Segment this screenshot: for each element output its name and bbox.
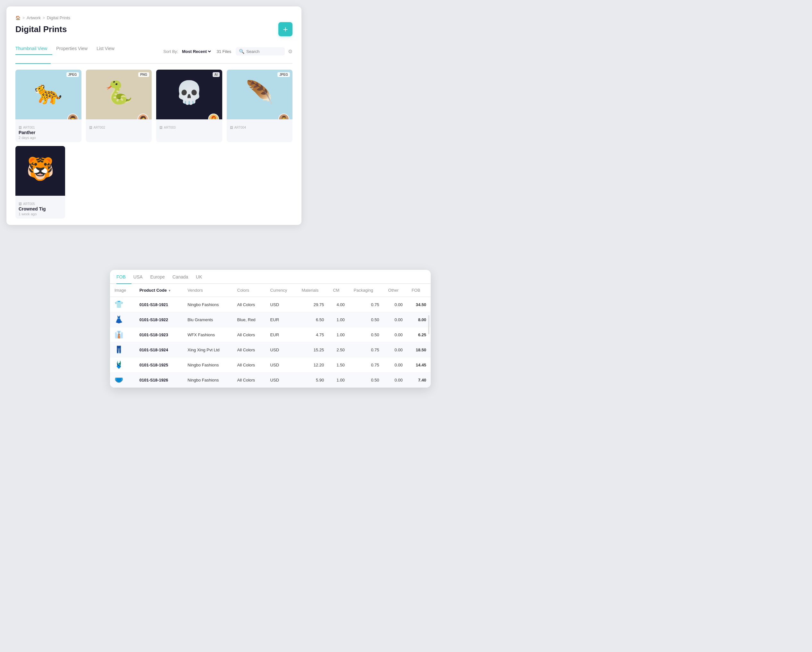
search-box: 🔍 bbox=[236, 47, 285, 55]
thumb-info-art005: 🖼ART005 Crowned Tig 1 week ago bbox=[15, 196, 65, 219]
breadcrumb: 🏠 > Artwork > Digital Prints bbox=[15, 15, 293, 20]
fob-tab-canada[interactable]: Canada bbox=[172, 271, 194, 284]
col-product-code[interactable]: Product Code ▾ bbox=[135, 284, 183, 297]
thumb-avatar-art001: 👨 bbox=[67, 113, 78, 119]
cell-vendors: Xing Xing Pvt Ltd bbox=[183, 342, 233, 357]
cell-other: 0.00 bbox=[383, 327, 407, 342]
thumb-item-art002[interactable]: 🐍 PNG 👩 🖼ART002 bbox=[86, 70, 152, 142]
fob-tab-europe[interactable]: Europe bbox=[150, 271, 171, 284]
cell-materials: 6.50 bbox=[297, 312, 328, 327]
thumb-id-art002: 🖼ART002 bbox=[89, 126, 149, 129]
thumb-item-art005[interactable]: 🐯 🖼ART005 Crowned Tig 1 week ago bbox=[15, 146, 65, 219]
cell-materials: 4.75 bbox=[297, 327, 328, 342]
cell-currency: USD bbox=[266, 297, 297, 312]
thumb-avatar-art003: 👩‍🦰 bbox=[208, 113, 219, 119]
cell-fob: 14.45 bbox=[407, 357, 431, 372]
cell-cm: 1.00 bbox=[328, 372, 349, 387]
sort-select[interactable]: Most Recent Oldest Name A-Z bbox=[180, 49, 212, 54]
breadcrumb-sep1: > bbox=[23, 16, 25, 20]
cell-icon: 🩱 bbox=[110, 357, 135, 372]
product-icon: 🩲 bbox=[114, 376, 123, 384]
product-icon: 🩱 bbox=[114, 361, 123, 369]
cell-packaging: 0.75 bbox=[349, 342, 383, 357]
col-cm: CM bbox=[328, 284, 349, 297]
cell-other: 0.00 bbox=[383, 312, 407, 327]
cell-currency: USD bbox=[266, 357, 297, 372]
cell-colors: All Colors bbox=[233, 297, 266, 312]
cell-fob: 34.50 bbox=[407, 297, 431, 312]
cell-vendors: Ningbo Fashions bbox=[183, 357, 233, 372]
cell-icon: 👔 bbox=[110, 327, 135, 342]
fob-tabs: FOB USA Europe Canada UK bbox=[110, 270, 431, 284]
thumb-item-art001[interactable]: 🐆 JPEG 👨 🖼ART001 Panther 2 days ago bbox=[15, 70, 81, 142]
thumb-img-art003: 💀 AI 👩‍🦰 bbox=[156, 70, 222, 119]
thumb-id-art005: 🖼ART005 bbox=[18, 202, 62, 206]
breadcrumb-sep2: > bbox=[43, 16, 45, 20]
thumb-img-art004: 🪶 JPEG 👨‍🦱 bbox=[227, 70, 293, 119]
cell-materials: 29.75 bbox=[297, 297, 328, 312]
cell-cm: 1.50 bbox=[328, 357, 349, 372]
table-header: Image Product Code ▾ Vendors Colors Curr… bbox=[110, 284, 431, 297]
col-colors: Colors bbox=[233, 284, 266, 297]
cell-colors: All Colors bbox=[233, 372, 266, 387]
tab-properties-view[interactable]: Properties View bbox=[56, 43, 93, 55]
cell-product-code: 0101-S18-1923 bbox=[135, 327, 183, 342]
fob-tab-fob[interactable]: FOB bbox=[116, 271, 131, 284]
file-count: 31 Files bbox=[217, 49, 231, 54]
fob-tab-uk[interactable]: UK bbox=[196, 271, 208, 284]
cell-currency: EUR bbox=[266, 312, 297, 327]
cell-vendors: WFX Fashions bbox=[183, 327, 233, 342]
table-row[interactable]: 🩱 0101-S18-1925 Ningbo Fashions All Colo… bbox=[110, 357, 431, 372]
table-row[interactable]: 🩲 0101-S18-1926 Ningbo Fashions All Colo… bbox=[110, 372, 431, 387]
cell-icon: 👗 bbox=[110, 312, 135, 327]
cell-product-code: 0101-S18-1925 bbox=[135, 357, 183, 372]
toolbar-row: Thumbnail View Properties View List View… bbox=[15, 43, 293, 60]
search-icon: 🔍 bbox=[239, 49, 244, 54]
thumb-badge-art003: AI bbox=[213, 72, 220, 77]
cell-other: 0.00 bbox=[383, 342, 407, 357]
cell-materials: 15.25 bbox=[297, 342, 328, 357]
cell-product-code: 0101-S18-1926 bbox=[135, 372, 183, 387]
cell-product-code: 0101-S18-1924 bbox=[135, 342, 183, 357]
thumb-info-art004: 🖼ART004 bbox=[227, 119, 293, 133]
tab-thumbnail-view[interactable]: Thumbnail View bbox=[15, 43, 52, 55]
breadcrumb-home-icon[interactable]: 🏠 bbox=[15, 15, 20, 20]
cell-colors: All Colors bbox=[233, 327, 266, 342]
toolbar: Sort By: Most Recent Oldest Name A-Z 31 … bbox=[163, 47, 293, 55]
table-row[interactable]: 👕 0101-S18-1921 Ningbo Fashions All Colo… bbox=[110, 297, 431, 312]
filter-button[interactable]: ⚙ bbox=[288, 49, 293, 55]
fob-tab-usa[interactable]: USA bbox=[133, 271, 148, 284]
add-button[interactable]: + bbox=[278, 22, 293, 36]
thumb-badge-art004: JPEG bbox=[278, 72, 290, 77]
cell-packaging: 0.50 bbox=[349, 372, 383, 387]
cell-cm: 1.00 bbox=[328, 327, 349, 342]
cell-currency: USD bbox=[266, 372, 297, 387]
product-icon: 👖 bbox=[114, 346, 123, 354]
thumb-img-art001: 🐆 JPEG 👨 bbox=[15, 70, 81, 119]
thumb-item-art003[interactable]: 💀 AI 👩‍🦰 🖼ART003 bbox=[156, 70, 222, 142]
thumb-info-art003: 🖼ART003 bbox=[156, 119, 222, 133]
cell-vendors: Ningbo Fashions bbox=[183, 297, 233, 312]
scrollbar[interactable] bbox=[428, 315, 429, 334]
thumb-item-art004[interactable]: 🪶 JPEG 👨‍🦱 🖼ART004 bbox=[227, 70, 293, 142]
cell-packaging: 0.50 bbox=[349, 312, 383, 327]
thumb-badge-art001: JPEG bbox=[66, 72, 79, 77]
col-packaging: Packaging bbox=[349, 284, 383, 297]
table-row[interactable]: 👗 0101-S18-1922 Blu Graments Blue, Red E… bbox=[110, 312, 431, 327]
product-icon: 👔 bbox=[114, 331, 123, 338]
table-body: 👕 0101-S18-1921 Ningbo Fashions All Colo… bbox=[110, 297, 431, 387]
cell-other: 0.00 bbox=[383, 357, 407, 372]
search-input[interactable] bbox=[246, 49, 282, 54]
col-fob: FOB bbox=[407, 284, 431, 297]
col-other: Other bbox=[383, 284, 407, 297]
breadcrumb-artwork[interactable]: Artwork bbox=[27, 15, 41, 20]
cell-packaging: 0.75 bbox=[349, 357, 383, 372]
tab-list-view[interactable]: List View bbox=[96, 43, 120, 55]
page-header: Digital Prints + bbox=[15, 22, 293, 36]
cell-icon: 👖 bbox=[110, 342, 135, 357]
table-row[interactable]: 👖 0101-S18-1924 Xing Xing Pvt Ltd All Co… bbox=[110, 342, 431, 357]
cell-cm: 1.00 bbox=[328, 312, 349, 327]
table-row[interactable]: 👔 0101-S18-1923 WFX Fashions All Colors … bbox=[110, 327, 431, 342]
thumb-img-art002: 🐍 PNG 👩 bbox=[86, 70, 152, 119]
data-table: Image Product Code ▾ Vendors Colors Curr… bbox=[110, 284, 431, 387]
